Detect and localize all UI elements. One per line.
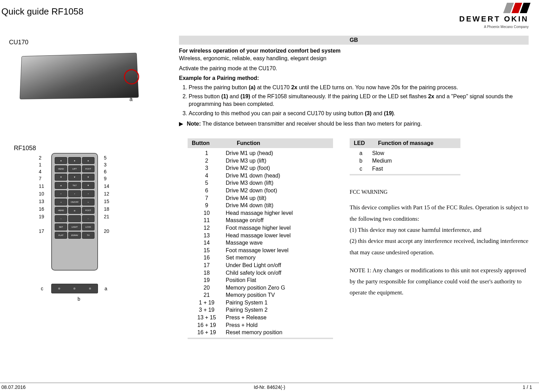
table-row: 17Under Bed Light on/off [188,262,333,269]
fcc-p4: NOTE 1: Any changes or modifications to … [350,265,530,299]
table-cell-function: Drive M1 up (head) [226,149,333,157]
table-cell-button: 10 [188,209,226,217]
footer-id: Id-Nr. 84624(-) [254,384,285,390]
remote-callout: 5 [104,155,107,161]
table-cell-function: Drive M4 down (tilt) [226,202,333,209]
table-cell-function: Child safety lock on/off [226,269,333,277]
table-row: 3Drive M2 up (foot) [188,164,333,172]
remote-button: − [55,215,67,222]
button-table-header-button: Button [192,140,237,146]
table-cell-function: Head massage higher level [226,209,333,217]
table-cell-button: 12 [188,224,226,232]
logo-icon [473,3,529,13]
table-cell-button: 1 [188,149,226,157]
table-cell-function: Drive M2 up (foot) [226,164,333,172]
remote-button: TILT [68,182,81,189]
table-row: aSlow [350,149,460,157]
fcc-p2: (1) This device may not cause harmful in… [350,225,530,236]
remote-button: SET [55,224,67,230]
table-row: 18Child safety lock on/off [188,269,333,277]
remote-button: ▲ [55,182,67,189]
remote-callout: 11 [39,183,44,189]
remote-button [68,215,81,222]
led-table-header-led: LED [354,140,378,146]
pairing-step: According to this method you can pair a … [189,110,529,117]
footer-page-number: 1 / 1 [523,384,532,390]
rf1058-remote-illustration: ▲▲▲HEADLIFTFOOT▼▼▼▲TILT▼•••+ON/OFF+HEAD≋… [51,153,98,271]
remote-callout: 1 [39,162,42,167]
table-cell-button: 6 [188,187,226,194]
table-cell-button: 18 [188,269,226,277]
table-row: 11Massage on/off [188,217,333,224]
table-cell-function: Position Flat [226,276,333,284]
table-row: 15Foot massage lower level [188,247,333,254]
remote-button: LIFT [68,165,81,172]
cu170-callout-a: a [129,96,133,102]
remote-button: HEAD [55,165,67,172]
intro-subtitle: Wireless, ergonomic, reliable, easy hand… [179,55,529,62]
table-cell-button: 13 [188,232,226,239]
remote-callout: 3 [104,162,107,167]
remote-callout: 18 [104,206,109,212]
table-cell-function: Set memory [226,254,333,262]
note-row: ▶ Note: The distance between transmitter… [179,120,529,128]
button-table-header-function: Function [237,140,260,146]
table-cell-button: 2 [188,157,226,165]
table-cell-button: 16 + 19 [188,329,226,336]
table-cell-button: 3 [188,164,226,172]
table-row: 21Memory position TV [188,291,333,299]
table-cell-button: 7 [188,194,226,202]
table-cell-function: Drive M3 down (lift) [226,179,333,187]
table-cell-led: a [350,149,372,157]
remote-button: ▼ [82,182,95,189]
led-table-footer-bar [350,174,460,175]
table-row: 20Memory position Zero G [188,284,333,292]
remote-button: TV [82,232,95,239]
table-cell-button: 16 [188,254,226,262]
table-row: 16 + 19Reset memory position [188,329,333,336]
remote-callout: 4 [39,169,42,174]
cu170-pairing-button-highlight [124,69,139,84]
fcc-warning-block: FCC WARNING This device complies with Pa… [350,187,530,299]
pairing-step: Press button (1) and (19) of the RF1058 … [189,93,529,108]
table-cell-massage-fn: Medium [372,157,392,165]
table-cell-massage-fn: Fast [372,165,383,173]
fcc-heading: FCC WARNING [350,187,530,197]
remote-button: ≋ [68,207,81,214]
pairing-step: Press the pairing button (a) at the CU17… [189,84,529,91]
remote-callout: 16 [39,206,44,212]
table-cell-button: 17 [188,262,226,269]
remote-button: ▼ [55,174,67,181]
table-cell-function: Pairing System 2 [226,306,333,314]
table-row: 14Massage wave [188,239,333,247]
table-cell-button: 13 + 15 [188,314,226,321]
table-cell-button: 3 + 19 [188,306,226,314]
remote-button: ▲ [55,157,67,164]
pairing-heading: Example for a Pairing method: [179,74,529,82]
table-cell-led: c [350,165,372,173]
table-row: 10Head massage higher level [188,209,333,217]
table-cell-function: Press + Release [226,314,333,321]
table-cell-button: 11 [188,217,226,224]
led-callout-c: c [41,286,43,291]
table-cell-led: b [350,157,372,165]
pairing-steps-list: Press the pairing button (a) at the CU17… [189,84,529,118]
led-callout-b: b [78,296,80,302]
table-cell-button: 21 [188,291,226,299]
remote-callout: 21 [104,214,109,219]
remote-callout: 7 [39,176,42,181]
remote-button: FOOT [82,207,95,214]
remote-button: ZGRAV [68,232,81,239]
led-table-header: LED Function of massage [350,138,460,148]
remote-button: LIGHT [68,224,81,230]
intro-heading: For wireless operation of your motorized… [179,47,529,55]
table-row: 7Drive M4 up (tilt) [188,194,333,202]
table-row: 16 + 19Press + Hold [188,321,333,329]
remote-button: ▼ [82,174,95,181]
table-row: 19Position Flat [188,276,333,284]
table-row: cFast [350,165,460,173]
table-cell-function: Drive M3 up (lift) [226,157,333,165]
table-row: 1 + 19Pairing System 1 [188,299,333,307]
remote-button: ▼ [68,174,81,181]
table-row: 6Drive M2 down (foot) [188,187,333,194]
